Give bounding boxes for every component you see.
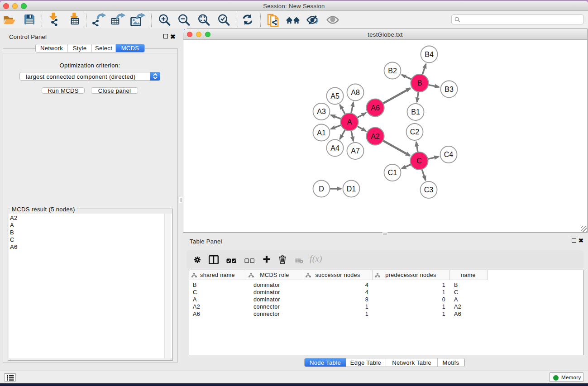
svg-text:C: C xyxy=(416,157,422,165)
svg-text:A: A xyxy=(347,118,352,126)
svg-text:A4: A4 xyxy=(330,144,339,152)
svg-text:D1: D1 xyxy=(347,185,356,193)
svg-text:D: D xyxy=(319,185,324,193)
svg-text:B1: B1 xyxy=(411,108,420,116)
svg-text:A3: A3 xyxy=(317,108,326,115)
svg-text:A2: A2 xyxy=(371,133,380,140)
svg-text:A5: A5 xyxy=(330,92,339,100)
svg-text:B2: B2 xyxy=(388,67,397,75)
svg-text:B3: B3 xyxy=(445,86,454,93)
svg-text:A6: A6 xyxy=(371,104,380,112)
svg-text:B: B xyxy=(417,79,422,87)
svg-text:C3: C3 xyxy=(424,186,434,194)
svg-text:A8: A8 xyxy=(351,89,360,96)
svg-text:A7: A7 xyxy=(351,147,360,155)
svg-text:B4: B4 xyxy=(425,51,434,58)
svg-text:C2: C2 xyxy=(410,128,420,136)
svg-text:A1: A1 xyxy=(317,129,326,137)
svg-text:C4: C4 xyxy=(444,151,454,158)
svg-text:C1: C1 xyxy=(388,169,397,176)
